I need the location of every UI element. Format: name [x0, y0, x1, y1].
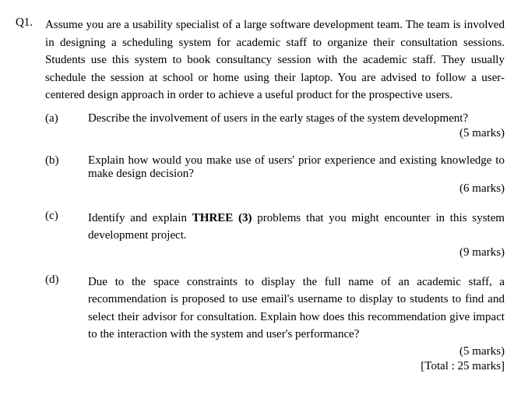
sub-label-b: (b): [45, 154, 88, 195]
total-marks: [Total : 25 marks]: [421, 359, 505, 372]
question-intro: Assume you are a usability specialist of…: [45, 16, 505, 104]
sub-question-b: (b) Explain how would you make use of us…: [45, 154, 505, 195]
sub-text-c-bold: THREE (3): [192, 211, 252, 224]
sub-label-c: (c): [45, 209, 88, 259]
sub-content-c: Identify and explain THREE (3) problems …: [88, 209, 505, 259]
marks-c: (9 marks): [459, 245, 505, 258]
question-block: Q1. Assume you are a usability specialis…: [16, 16, 505, 372]
marks-d: (5 marks): [459, 344, 505, 357]
sub-text-c-start: Identify and explain: [88, 211, 192, 224]
marks-b: (6 marks): [459, 182, 505, 194]
sub-content-a: Describe the involvement of users in the…: [88, 111, 505, 139]
marks-a: (5 marks): [459, 126, 505, 139]
sub-label-d: (d): [45, 273, 88, 372]
sub-content-d: Due to the space constraints to display …: [88, 273, 505, 372]
sub-text-c: Identify and explain THREE (3) problems …: [88, 209, 505, 244]
question-number: Q1.: [16, 16, 45, 372]
sub-question-c: (c) Identify and explain THREE (3) probl…: [45, 209, 505, 259]
question-body: Assume you are a usability specialist of…: [45, 16, 505, 372]
sub-text-b: Explain how would you make use of users'…: [88, 154, 505, 180]
sub-questions: (a) Describe the involvement of users in…: [45, 111, 505, 372]
sub-question-a: (a) Describe the involvement of users in…: [45, 111, 505, 139]
sub-text-d: Due to the space constraints to display …: [88, 273, 505, 343]
sub-text-a: Describe the involvement of users in the…: [88, 111, 505, 125]
sub-content-b: Explain how would you make use of users'…: [88, 154, 505, 195]
sub-label-a: (a): [45, 111, 88, 139]
sub-question-d: (d) Due to the space constraints to disp…: [45, 273, 505, 372]
